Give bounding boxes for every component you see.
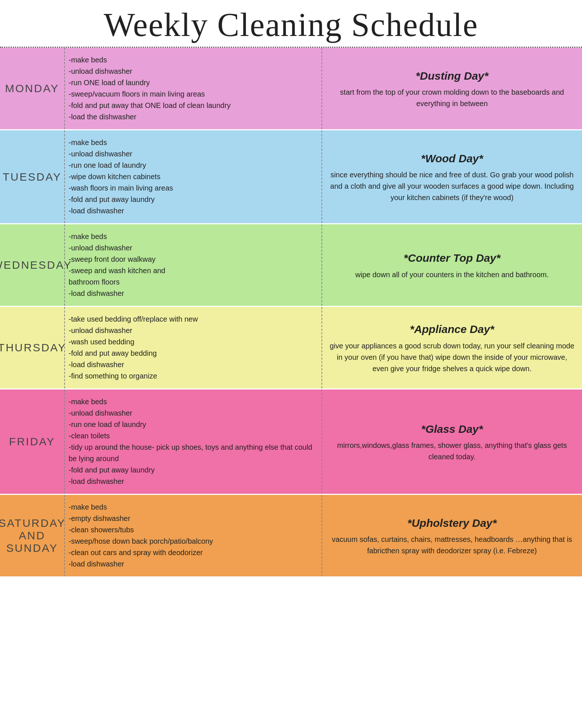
- schedule-grid: MONDAY-make beds-unload dishwasher-run O…: [0, 48, 582, 728]
- special-title-wednesday: *Counter Top Day*: [330, 250, 575, 267]
- day-row-friday: FRIDAY-make beds-unload dishwasher-run o…: [0, 390, 582, 495]
- day-label-wednesday: WEDNESDAY: [0, 224, 64, 306]
- day-tasks-thursday: -take used bedding off/replace with new-…: [64, 307, 322, 388]
- day-tasks-wednesday: -make beds-unload dishwasher-sweep front…: [64, 224, 322, 306]
- special-title-saturday: *Upholstery Day*: [330, 515, 575, 532]
- task-item: -unload dishwasher: [69, 148, 314, 160]
- task-item: -wash floors in main living areas: [69, 182, 314, 194]
- task-item: -tidy up around the house- pick up shoes…: [69, 442, 314, 464]
- task-item: -run ONE load of laundry: [69, 77, 314, 88]
- task-item: -sweep front door walkway: [69, 254, 314, 265]
- special-title-friday: *Glass Day*: [330, 421, 575, 438]
- day-row-monday: MONDAY-make beds-unload dishwasher-run O…: [0, 48, 582, 130]
- task-item: -make beds: [69, 396, 314, 408]
- task-item: -empty dishwasher: [69, 513, 314, 524]
- task-item: -make beds: [69, 54, 314, 66]
- day-tasks-friday: -make beds-unload dishwasher-run one loa…: [64, 390, 322, 494]
- day-special-tuesday: *Wood Day*since everything should be nic…: [322, 130, 582, 223]
- task-item: -load the dishwasher: [69, 111, 314, 123]
- day-row-thursday: THURSDAY-take used bedding off/replace w…: [0, 307, 582, 390]
- day-special-thursday: *Appliance Day*give your appliances a go…: [322, 307, 582, 388]
- task-item: -fold and put away laundry: [69, 194, 314, 205]
- task-item: -unload dishwasher: [69, 325, 314, 336]
- task-item: -sweep and wash kitchen and bathroom flo…: [69, 265, 314, 288]
- task-item: -load dishwasher: [69, 359, 314, 370]
- day-tasks-tuesday: -make beds-unload dishwasher-run one loa…: [64, 130, 322, 223]
- task-item: -load dishwasher: [69, 288, 314, 299]
- day-label-monday: MONDAY: [0, 48, 64, 129]
- task-item: -fold and put away bedding: [69, 348, 314, 359]
- task-item: -unload dishwasher: [69, 408, 314, 419]
- day-label-thursday: THURSDAY: [0, 307, 64, 388]
- task-item: -load dishwasher: [69, 558, 314, 570]
- task-item: -unload dishwasher: [69, 66, 314, 77]
- day-label-friday: FRIDAY: [0, 390, 64, 494]
- day-row-wednesday: WEDNESDAY-make beds-unload dishwasher-sw…: [0, 224, 582, 307]
- special-text-tuesday: since everything should be nice and free…: [330, 169, 575, 203]
- special-text-saturday: vacuum sofas, curtains, chairs, mattress…: [330, 534, 575, 557]
- task-item: -clean showers/tubs: [69, 524, 314, 536]
- special-text-wednesday: wipe down all of your counters in the ki…: [330, 269, 575, 280]
- day-special-saturday: *Upholstery Day*vacuum sofas, curtains, …: [322, 495, 582, 576]
- task-item: -unload dishwasher: [69, 242, 314, 254]
- task-item: -run one load of laundry: [69, 419, 314, 430]
- day-special-wednesday: *Counter Top Day*wipe down all of your c…: [322, 224, 582, 306]
- task-item: -run one load of laundry: [69, 160, 314, 171]
- day-label-saturday: SATURDAY AND SUNDAY: [0, 495, 64, 576]
- task-item: -clean out cars and spray with deodorize…: [69, 547, 314, 558]
- special-text-friday: mirrors,windows,glass frames, shower gla…: [330, 440, 575, 463]
- task-item: -fold and put away laundry: [69, 464, 314, 476]
- task-item: -sweep/hose down back porch/patio/balcon…: [69, 536, 314, 547]
- special-text-thursday: give your appliances a good scrub down t…: [330, 340, 575, 374]
- day-special-friday: *Glass Day*mirrors,windows,glass frames,…: [322, 390, 582, 494]
- special-title-tuesday: *Wood Day*: [330, 150, 575, 167]
- task-item: -sweep/vacuum floors in main living area…: [69, 88, 314, 100]
- task-item: -make beds: [69, 501, 314, 513]
- special-title-monday: *Dusting Day*: [330, 68, 575, 85]
- page: Weekly Cleaning Schedule MONDAY-make bed…: [0, 0, 582, 728]
- special-title-thursday: *Appliance Day*: [330, 321, 575, 338]
- task-item: -wipe down kitchen cabinets: [69, 171, 314, 182]
- task-item: -load dishwasher: [69, 476, 314, 487]
- day-row-tuesday: TUESDAY-make beds-unload dishwasher-run …: [0, 130, 582, 224]
- day-tasks-monday: -make beds-unload dishwasher-run ONE loa…: [64, 48, 322, 129]
- task-item: -find something to organize: [69, 370, 314, 382]
- title-section: Weekly Cleaning Schedule: [0, 0, 582, 48]
- day-row-saturday: SATURDAY AND SUNDAY-make beds-empty dish…: [0, 495, 582, 577]
- task-item: -fold and put away that ONE load of clea…: [69, 100, 314, 111]
- task-item: -clean toilets: [69, 430, 314, 442]
- task-item: -make beds: [69, 137, 314, 148]
- task-item: -wash used bedding: [69, 336, 314, 348]
- day-tasks-saturday: -make beds-empty dishwasher-clean shower…: [64, 495, 322, 576]
- day-label-tuesday: TUESDAY: [0, 130, 64, 223]
- task-item: -make beds: [69, 231, 314, 242]
- task-item: -load dishwasher: [69, 205, 314, 217]
- page-title: Weekly Cleaning Schedule: [4, 7, 578, 43]
- special-text-monday: start from the top of your crown molding…: [330, 87, 575, 109]
- day-special-monday: *Dusting Day*start from the top of your …: [322, 48, 582, 129]
- task-item: -take used bedding off/replace with new: [69, 314, 314, 325]
